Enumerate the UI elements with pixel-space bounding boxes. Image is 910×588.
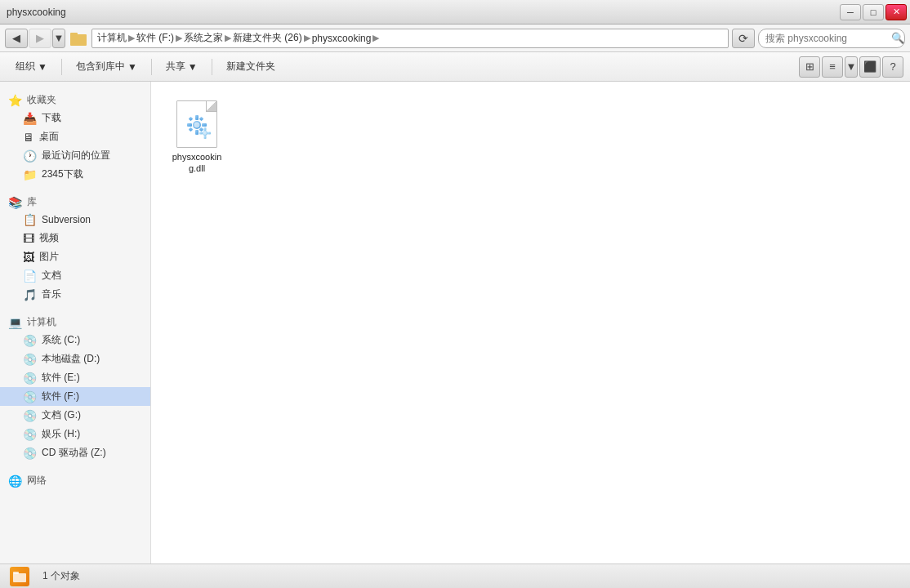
subversion-icon: 📋 xyxy=(23,213,37,226)
close-button[interactable]: ✕ xyxy=(885,4,907,20)
drive-g-icon: 💿 xyxy=(23,409,37,422)
svg-rect-0 xyxy=(70,34,87,46)
status-folder-icon xyxy=(10,567,29,586)
network-icon: 🌐 xyxy=(8,474,22,488)
sidebar-item-pictures[interactable]: 🖼 图片 xyxy=(0,247,150,266)
toolbar-separator-3 xyxy=(212,59,212,75)
sidebar-item-h[interactable]: 💿 娱乐 (H:) xyxy=(0,425,150,443)
recent-icon: 🕐 xyxy=(23,149,37,163)
svg-point-11 xyxy=(194,122,200,128)
svg-rect-16 xyxy=(207,132,211,135)
music-icon: 🎵 xyxy=(23,288,37,301)
svg-rect-1 xyxy=(70,33,78,36)
svg-rect-13 xyxy=(204,127,207,131)
dropdown-button[interactable]: ▼ xyxy=(52,29,65,48)
title-bar: physxcooking ─ □ ✕ xyxy=(0,0,910,24)
folder-icon-button[interactable] xyxy=(69,29,88,48)
toolbar: 组织 ▼ 包含到库中 ▼ 共享 ▼ 新建文件夹 ⊞ ≡ ▼ ⬛ ? xyxy=(0,52,910,82)
status-count: 1 个对象 xyxy=(42,569,80,583)
forward-button[interactable]: ▶ xyxy=(29,29,51,48)
sidebar-item-documents[interactable]: 📄 文档 xyxy=(0,266,150,285)
svg-rect-7 xyxy=(189,117,194,122)
title-bar-controls: ─ □ ✕ xyxy=(840,4,907,20)
svg-rect-9 xyxy=(199,117,204,122)
view-icon-button[interactable]: ⊞ xyxy=(799,56,820,78)
documents-icon: 📄 xyxy=(23,270,37,283)
sidebar-computer-title[interactable]: 💻 计算机 xyxy=(0,310,150,331)
file-label: physxcooking.dll xyxy=(169,151,225,175)
sidebar-item-c[interactable]: 💿 系统 (C:) xyxy=(0,331,150,350)
main-container: ⭐ 收藏夹 📥 下载 🖥 桌面 🕐 最近访问的位置 📁 2345下载 📚 库 📋… xyxy=(0,82,910,564)
sidebar-item-music[interactable]: 🎵 音乐 xyxy=(0,285,150,304)
nav-buttons: ◀ ▶ ▼ xyxy=(5,29,65,48)
folder-2345-icon: 📁 xyxy=(23,168,37,181)
svg-rect-6 xyxy=(202,123,207,127)
sidebar-item-g[interactable]: 💿 文档 (G:) xyxy=(0,406,150,425)
search-icon[interactable]: 🔍 xyxy=(891,32,904,44)
sidebar-divider-2 xyxy=(0,304,150,310)
help-button[interactable]: ? xyxy=(882,56,903,78)
sidebar-divider-1 xyxy=(0,184,150,190)
toolbar-separator-2 xyxy=(151,59,152,75)
new-folder-button[interactable]: 新建文件夹 xyxy=(217,56,284,78)
address-field[interactable]: 计算机 ▶ 软件 (F:) ▶ 系统之家 ▶ 新建文件夹 (26) ▶ phys… xyxy=(91,29,729,48)
sidebar-library-title[interactable]: 📚 库 xyxy=(0,190,150,211)
desktop-icon: 🖥 xyxy=(23,131,34,144)
sidebar-item-subversion[interactable]: 📋 Subversion xyxy=(0,211,150,229)
window-title: physxcooking xyxy=(7,7,66,18)
sidebar-item-recent[interactable]: 🕐 最近访问的位置 xyxy=(0,146,150,165)
folder-icon xyxy=(70,31,87,46)
sidebar-item-video[interactable]: 🎞 视频 xyxy=(0,229,150,247)
organize-button[interactable]: 组织 ▼ xyxy=(7,56,56,78)
share-button[interactable]: 共享 ▼ xyxy=(157,56,207,78)
drive-d-icon: 💿 xyxy=(23,353,37,366)
sidebar-item-e[interactable]: 💿 软件 (E:) xyxy=(0,368,150,387)
drive-e-icon: 💿 xyxy=(23,372,37,385)
breadcrumb: 计算机 ▶ 软件 (F:) ▶ 系统之家 ▶ 新建文件夹 (26) ▶ phys… xyxy=(97,31,723,45)
svg-point-17 xyxy=(203,131,207,135)
file-item-dll[interactable]: physxcooking.dll xyxy=(164,95,230,180)
sidebar-item-2345[interactable]: 📁 2345下载 xyxy=(0,165,150,184)
search-box[interactable]: 🔍 xyxy=(758,29,905,48)
search-input[interactable] xyxy=(765,33,888,44)
drive-h-icon: 💿 xyxy=(23,428,37,441)
svg-rect-8 xyxy=(189,127,194,132)
content-area: physxcooking.dll xyxy=(151,82,910,564)
svg-rect-19 xyxy=(13,572,19,574)
svg-rect-15 xyxy=(199,132,203,135)
status-bar: 1 个对象 xyxy=(0,564,910,588)
drive-f-icon: 💿 xyxy=(23,390,37,403)
download-icon: 📥 xyxy=(23,112,37,125)
sidebar-item-desktop[interactable]: 🖥 桌面 xyxy=(0,127,150,146)
sidebar-network-title[interactable]: 🌐 网络 xyxy=(0,469,150,489)
svg-rect-18 xyxy=(13,573,26,582)
view-pane-button[interactable]: ⬛ xyxy=(859,56,881,78)
view-list-button[interactable]: ≡ xyxy=(822,56,843,78)
back-button[interactable]: ◀ xyxy=(5,29,28,48)
view-dropdown-button[interactable]: ▼ xyxy=(845,56,858,78)
file-doc-background xyxy=(176,100,217,148)
view-options: ⊞ ≡ ▼ ⬛ ? xyxy=(799,56,903,78)
title-bar-left: physxcooking xyxy=(7,7,66,18)
gear-icon xyxy=(181,111,212,142)
library-icon: 📚 xyxy=(8,196,22,209)
pictures-icon: 🖼 xyxy=(23,251,34,264)
video-icon: 🎞 xyxy=(23,232,34,245)
sidebar-item-f[interactable]: 💿 软件 (F:) xyxy=(0,387,150,406)
include-library-button[interactable]: 包含到库中 ▼ xyxy=(67,56,146,78)
sidebar-item-d[interactable]: 💿 本地磁盘 (D:) xyxy=(0,350,150,368)
svg-rect-4 xyxy=(195,130,199,135)
sidebar-item-download[interactable]: 📥 下载 xyxy=(0,109,150,127)
sidebar-divider-3 xyxy=(0,462,150,469)
maximize-button[interactable]: □ xyxy=(863,4,884,20)
minimize-button[interactable]: ─ xyxy=(840,4,861,20)
sidebar: ⭐ 收藏夹 📥 下载 🖥 桌面 🕐 最近访问的位置 📁 2345下载 📚 库 📋… xyxy=(0,82,151,564)
refresh-button[interactable]: ⟳ xyxy=(732,29,755,48)
address-bar: ◀ ▶ ▼ 计算机 ▶ 软件 (F:) ▶ 系统之家 ▶ 新建文件夹 (26) … xyxy=(0,24,910,52)
sidebar-item-z[interactable]: 💿 CD 驱动器 (Z:) xyxy=(0,443,150,462)
svg-rect-3 xyxy=(195,115,199,120)
drive-z-icon: 💿 xyxy=(23,447,37,460)
svg-rect-5 xyxy=(187,123,192,127)
svg-rect-14 xyxy=(204,136,207,139)
sidebar-favorites-title[interactable]: ⭐ 收藏夹 xyxy=(0,88,150,109)
